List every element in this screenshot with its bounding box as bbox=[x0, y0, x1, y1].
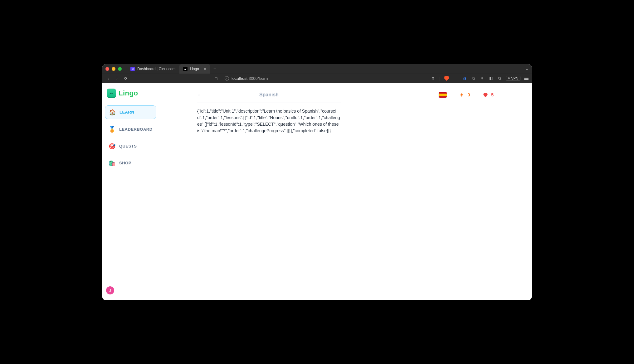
address-bar[interactable]: ◻ i localhost:3000/learn bbox=[132, 76, 427, 81]
unit-json-dump: {"id":1,"title":"Unit 1","description":"… bbox=[197, 103, 341, 134]
app-root: ↔ Lingo 🏠 LEARN 🏅 LEADERBOARD 🎯 QUESTS 🛍… bbox=[102, 83, 532, 300]
tab-lingo[interactable]: ▲ Lingo ✕ bbox=[179, 64, 210, 74]
nav-forward-button[interactable]: › bbox=[114, 76, 120, 81]
user-avatar[interactable]: J bbox=[106, 286, 114, 294]
shop-icon: 🛍️ bbox=[109, 160, 115, 167]
titlebar: C Dashboard | Clerk.com ▲ Lingo ✕ + ⌄ bbox=[102, 64, 532, 74]
sidebar-item-label: SHOP bbox=[119, 161, 131, 165]
pip-icon[interactable]: ⧉ bbox=[497, 76, 502, 81]
bookmark-icon[interactable]: ◻ bbox=[214, 76, 218, 81]
new-tab-button[interactable]: + bbox=[210, 64, 219, 74]
url-host: localhost bbox=[232, 76, 247, 81]
feed: ← Spanish {"id":1,"title":"Unit 1","desc… bbox=[197, 89, 341, 134]
downloads-icon[interactable]: ⬇ bbox=[480, 76, 485, 81]
nav-back-button[interactable]: ‹ bbox=[105, 76, 111, 81]
site-info-icon[interactable]: i bbox=[225, 76, 229, 80]
vpn-button[interactable]: VPN bbox=[506, 76, 520, 81]
sidebar-item-learn[interactable]: 🏠 LEARN bbox=[105, 105, 156, 119]
sidebar-item-label: QUESTS bbox=[119, 144, 137, 148]
window-controls bbox=[105, 67, 122, 71]
course-title: Spanish bbox=[205, 92, 333, 98]
feed-header: ← Spanish bbox=[197, 89, 341, 103]
nav-reload-button[interactable]: ⟳ bbox=[123, 76, 129, 81]
main-content: ← Spanish {"id":1,"title":"Unit 1","desc… bbox=[159, 83, 532, 300]
browser-window: C Dashboard | Clerk.com ▲ Lingo ✕ + ⌄ ‹ … bbox=[102, 64, 532, 300]
points-value: 0 bbox=[467, 92, 470, 97]
tab-title: Dashboard | Clerk.com bbox=[137, 67, 176, 71]
heart-icon bbox=[482, 92, 489, 98]
sidebar-toggle-icon[interactable]: ◧ bbox=[488, 76, 493, 81]
vpn-status-dot bbox=[508, 77, 510, 79]
vpn-label: VPN bbox=[511, 76, 518, 80]
hearts-button[interactable]: 5 bbox=[482, 92, 494, 98]
back-arrow-icon[interactable]: ← bbox=[197, 92, 205, 98]
menu-button[interactable] bbox=[524, 77, 529, 80]
hearts-value: 5 bbox=[491, 92, 494, 97]
window-minimize-button[interactable] bbox=[112, 67, 115, 71]
sidebar: ↔ Lingo 🏠 LEARN 🏅 LEADERBOARD 🎯 QUESTS 🛍… bbox=[102, 83, 159, 300]
logo-text: Lingo bbox=[119, 89, 138, 97]
sidebar-item-label: LEADERBOARD bbox=[119, 127, 153, 132]
url-path: /learn bbox=[258, 76, 268, 81]
brave-shield-icon[interactable] bbox=[444, 76, 449, 81]
medal-icon: 🏅 bbox=[109, 126, 115, 133]
bolt-icon bbox=[459, 92, 465, 98]
tab-overflow-button[interactable]: ⌄ bbox=[525, 67, 529, 71]
window-close-button[interactable] bbox=[105, 67, 109, 71]
tab-title: Lingo bbox=[190, 67, 199, 71]
tab-close-icon[interactable]: ✕ bbox=[203, 67, 207, 71]
sidebar-item-leaderboard[interactable]: 🏅 LEADERBOARD bbox=[105, 123, 156, 136]
toolbar: ‹ › ⟳ ◻ i localhost:3000/learn ⇪ | ◑ ⧉ ⬇… bbox=[102, 74, 532, 83]
points-button[interactable]: 0 bbox=[459, 92, 470, 98]
favicon-clerk: C bbox=[130, 67, 135, 71]
window-maximize-button[interactable] bbox=[118, 67, 122, 71]
target-icon: 🎯 bbox=[109, 143, 115, 150]
sidebar-item-quests[interactable]: 🎯 QUESTS bbox=[105, 140, 156, 153]
extensions-icon[interactable]: ⧉ bbox=[471, 76, 476, 81]
home-icon: 🏠 bbox=[109, 109, 116, 116]
sidebar-item-shop[interactable]: 🛍️ SHOP bbox=[105, 157, 156, 170]
url-port: :3000 bbox=[247, 76, 258, 81]
tab-strip: C Dashboard | Clerk.com ▲ Lingo ✕ + bbox=[127, 64, 219, 74]
flag-es-icon bbox=[439, 92, 447, 98]
toolbar-right: ⇪ | ◑ ⧉ ⬇ ◧ ⧉ VPN bbox=[431, 76, 529, 81]
logo-icon: ↔ bbox=[107, 89, 116, 98]
favicon-lingo: ▲ bbox=[183, 67, 188, 71]
user-stats: 0 5 bbox=[426, 89, 494, 98]
tab-clerk[interactable]: C Dashboard | Clerk.com bbox=[127, 64, 179, 74]
sidebar-item-label: LEARN bbox=[119, 110, 134, 114]
course-flag-button[interactable] bbox=[439, 92, 447, 98]
logo[interactable]: ↔ Lingo bbox=[105, 87, 156, 102]
share-icon[interactable]: ⇪ bbox=[431, 76, 436, 81]
rewards-icon[interactable]: ◑ bbox=[462, 76, 467, 81]
